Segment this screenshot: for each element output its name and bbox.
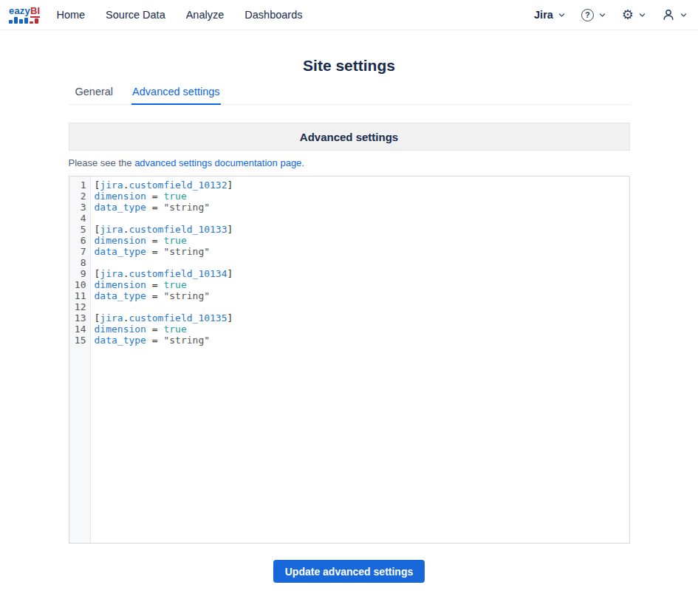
line-number: 13 [69,312,86,324]
settings-menu[interactable]: ⚙ [622,8,646,21]
settings-tabs: General Advanced settings [69,82,630,105]
nav-item-dashboards[interactable]: Dashboards [244,9,302,21]
site-settings-page: Site settings General Advanced settings … [69,57,630,583]
nav-item-home[interactable]: Home [56,9,85,21]
logo-barchart-icon [9,17,38,24]
line-number: 8 [69,257,86,268]
eazybi-logo[interactable]: eazyBI [9,6,40,24]
documentation-note: Please see the advanced settings documen… [69,157,630,168]
actions-row: Update advanced settings [69,560,630,583]
nav-item-source-data[interactable]: Source Data [106,9,165,21]
tab-general[interactable]: General [75,82,114,105]
code-line: data_type = "string" [95,335,629,346]
advanced-settings-code-editor[interactable]: 123456789101112131415 [jira.customfield_… [69,176,630,544]
eazybi-logo-text: eazyBI [9,6,40,16]
line-number: 11 [69,290,86,301]
code-line: [jira.customfield_10135] [95,312,629,324]
code-line: [jira.customfield_10134] [95,268,629,279]
gear-icon: ⚙ [622,8,634,21]
chevron-down-icon [558,11,566,19]
line-number-gutter: 123456789101112131415 [69,177,91,543]
code-line: data_type = "string" [95,290,629,301]
nav-right: Jira ? ⚙ [534,8,688,21]
doc-note-prefix: Please see the [69,157,135,168]
chevron-down-icon [598,11,606,19]
code-line: [jira.customfield_10133] [95,224,629,235]
update-advanced-settings-button[interactable]: Update advanced settings [273,560,425,583]
nav-item-analyze[interactable]: Analyze [186,9,225,21]
chevron-down-icon [638,11,646,19]
line-number: 7 [69,246,86,257]
code-line: [jira.customfield_10132] [95,179,629,191]
line-number: 6 [69,235,86,246]
line-number: 5 [69,224,86,235]
nav-links: Home Source Data Analyze Dashboards [56,9,302,21]
page-title: Site settings [69,57,630,75]
code-line: data_type = "string" [95,202,629,213]
jira-account-menu[interactable]: Jira [534,9,566,21]
logo-text-blue: eazy [9,5,30,16]
documentation-link[interactable]: advanced settings documentation page. [134,157,304,168]
line-number: 1 [69,179,86,191]
user-icon [662,8,675,21]
top-navbar: eazyBI Home Source Data Analyze Dashboar… [0,0,698,30]
code-line: dimension = true [95,191,629,202]
code-content[interactable]: [jira.customfield_10132]dimension = true… [91,177,629,543]
line-number: 3 [69,202,86,213]
line-number: 15 [69,335,86,346]
line-number: 2 [69,191,86,202]
code-line: dimension = true [95,324,629,335]
panel-header: Advanced settings [69,123,630,151]
line-number: 14 [69,324,86,335]
line-number: 10 [69,279,86,290]
jira-menu-label: Jira [534,9,553,21]
help-menu[interactable]: ? [581,9,606,21]
tab-advanced-settings[interactable]: Advanced settings [131,82,221,105]
chevron-down-icon [680,11,688,19]
code-line [95,257,629,268]
logo-text-red: BI [30,5,40,18]
line-number: 12 [69,301,86,312]
code-line [95,301,629,312]
code-line: data_type = "string" [95,246,629,257]
line-number: 4 [69,213,86,224]
line-number: 9 [69,268,86,279]
code-line [95,213,629,224]
help-icon: ? [581,9,594,21]
code-line: dimension = true [95,235,629,246]
code-line: dimension = true [95,279,629,290]
user-account-menu[interactable] [662,8,688,21]
